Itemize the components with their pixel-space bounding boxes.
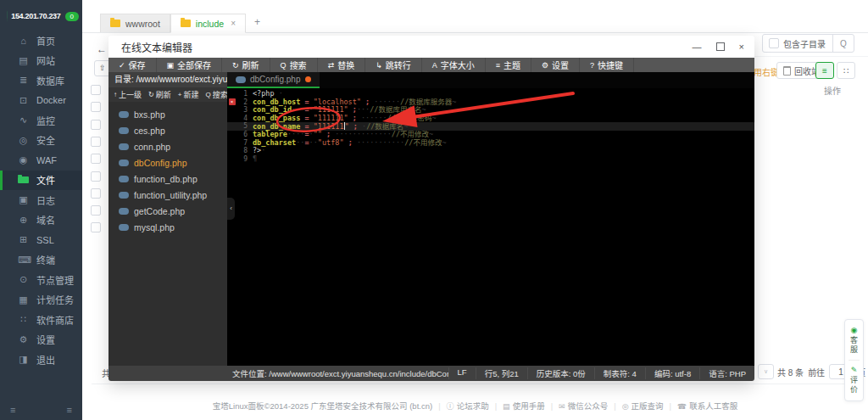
add-tab-button[interactable]: + [254,16,260,28]
list-view-icon[interactable]: ≡ [815,62,834,79]
server-info[interactable]: 154.201.70.237 0 [0,0,82,29]
sidebar-item-settings[interactable]: ⚙设置 [0,330,82,350]
code-line[interactable]: 9¶ [227,155,754,164]
row-checkbox[interactable] [91,222,101,232]
grid-view-icon[interactable]: ∷ [837,62,855,79]
row-checkbox[interactable] [91,120,101,130]
support-button[interactable]: ◉客服 [849,324,860,356]
search-icon[interactable]: Q [832,35,854,52]
back-button[interactable]: ← [97,43,107,55]
alert-count-badge[interactable]: 0 [65,12,79,21]
sidebar-item-monitor[interactable]: ∿监控 [0,110,82,131]
view-toggles: ≡ ∷ [815,62,855,79]
include-subdir-checkbox[interactable] [769,38,779,48]
save-button[interactable]: ✓保存 [108,58,157,72]
toolbar-button-label: 字体大小 [441,59,475,71]
logs-icon: ▣ [18,194,29,205]
footer-link-label: 论坛求助 [457,401,489,411]
save-all-button[interactable]: ▣全部保存 [157,58,223,72]
collapse-menu-icon[interactable]: ≡ [10,405,15,415]
parent-dir-button[interactable]: ↑上一级 [114,89,142,100]
minimize-icon[interactable]: — [693,42,702,52]
close-tab-icon[interactable]: × [231,19,236,28]
tree-toolbar-label: 搜索 [213,89,228,100]
tree-search-button[interactable]: Q搜索 [205,89,227,100]
file-item[interactable]: bxs.php [108,106,227,122]
maximize-icon[interactable] [716,42,725,51]
sidebar-item-node-manage[interactable]: ⊙节点管理 [0,270,82,290]
file-item[interactable]: function_db.php [108,171,227,187]
footer-links: |ⓘ论坛求助|▤使用手册|✉微信公众号|◎正版查询|☎联系人工客服 [432,401,737,411]
file-item[interactable]: function_utility.php [108,187,227,203]
sidebar-item-logout[interactable]: ◨退出 [0,350,82,370]
sidebar-item-appstore[interactable]: ∷软件商店 [0,310,82,330]
tab-wwwroot[interactable]: wwwroot [100,14,170,32]
sidebar-item-docker[interactable]: ⊡Docker [0,91,82,111]
pagination-goto-label: 前往 [808,366,825,378]
include-subdir-label[interactable]: 包含子目录 [783,37,832,50]
file-item[interactable]: ces.php [108,122,227,138]
hotkeys-button[interactable]: ?快捷键 [580,58,634,72]
sidebar-item-ssl[interactable]: ⊞SSL [0,230,82,250]
close-icon[interactable]: × [739,42,744,52]
row-checkbox[interactable] [91,85,101,95]
row-checkbox[interactable] [91,188,101,199]
sidebar-item-logs[interactable]: ▣日志 [0,190,82,210]
footer-link-forum-help[interactable]: ⓘ论坛求助 [447,401,489,411]
file-item[interactable]: conn.php [108,138,227,154]
row-checkbox[interactable] [91,154,101,164]
code-line[interactable]: 8?>· [227,147,754,155]
feedback-icon: ✎ [851,366,858,374]
row-checkbox[interactable] [91,137,101,147]
footer-link-wechat[interactable]: ✉微信公众号 [559,401,608,411]
sidebar-item-files[interactable]: 文件 [0,171,82,191]
font-size-button[interactable]: A字体大小 [422,58,486,72]
row-checkbox[interactable] [91,171,101,182]
tab-include[interactable]: include× [170,14,246,33]
menu-icon[interactable]: ≡ [67,405,72,415]
new-file-button[interactable]: +新建 [178,89,199,100]
sidebar-item-domain[interactable]: ⊕域名 [0,210,82,231]
row-checkbox[interactable] [91,205,101,216]
goto-line-button[interactable]: ↳跳转行 [365,58,422,72]
replace-button[interactable]: ⇄替换 [318,58,366,72]
footer-link-contact-support[interactable]: ☎联系人工客服 [677,401,737,411]
sidebar-item-database[interactable]: ≣数据库 [0,70,82,91]
sidebar-item-waf[interactable]: ◉WAF [0,150,82,171]
sidebar-item-site[interactable]: ▤网站 [0,51,82,71]
modal-title-bar[interactable]: 在线文本编辑器 — × [108,36,754,58]
editor-tab-dbconfig[interactable]: dbConfig.php [227,72,320,88]
replace-icon: ⇄ [328,61,335,70]
file-item[interactable]: mysql.php [108,219,227,235]
unsaved-dot-icon[interactable] [305,76,311,82]
footer-divider: | [495,401,497,411]
security-icon: ◎ [18,135,29,146]
collapse-tree-handle[interactable]: ‹ [227,198,235,220]
file-item[interactable]: dbConfig.php [108,154,227,171]
monitor-icon: ∿ [18,115,29,126]
toolbar-button-label: 快捷键 [598,59,623,71]
theme-button[interactable]: ≡主题 [486,58,531,72]
toolbar-button-label: 替换 [337,59,354,71]
code-editor[interactable]: 1<?php ·×2con_db_host = "localhost" ; ··… [227,88,754,366]
footer-link-license-check[interactable]: ◎正版查询 [622,401,664,411]
sidebar: 154.201.70.237 0 ⌂首页▤网站≣数据库⊡Docker∿监控◎安全… [0,0,82,420]
search-button[interactable]: Q搜索 [270,58,318,72]
tree-refresh-button[interactable]: ↻刷新 [148,89,171,100]
sidebar-item-label: 首页 [36,34,55,48]
feedback-button[interactable]: ✎评价 [849,364,860,396]
sidebar-item-terminal[interactable]: ⌨终端 [0,250,82,271]
row-checkbox[interactable] [91,102,101,112]
node-manage-icon: ⊙ [18,274,29,285]
page-size-select[interactable]: ∨ [758,364,774,379]
editor-settings-button[interactable]: ⚙设置 [531,58,580,72]
code-token: tablepre [253,130,287,138]
sidebar-item-home[interactable]: ⌂首页 [0,31,82,51]
file-item[interactable]: getCode.php [108,203,227,219]
sidebar-item-security[interactable]: ◎安全 [0,131,82,151]
footer-link-manual[interactable]: ▤使用手册 [503,401,545,411]
sidebar-item-cron[interactable]: ▦计划任务 [0,290,82,311]
tree-toolbar: ↑上一级↻刷新+新建Q搜索 [108,87,227,102]
refresh-button[interactable]: ↻刷新 [222,58,270,72]
code-line[interactable]: 7db_charset··=··"utf8" ; ···········//不用… [227,139,754,148]
